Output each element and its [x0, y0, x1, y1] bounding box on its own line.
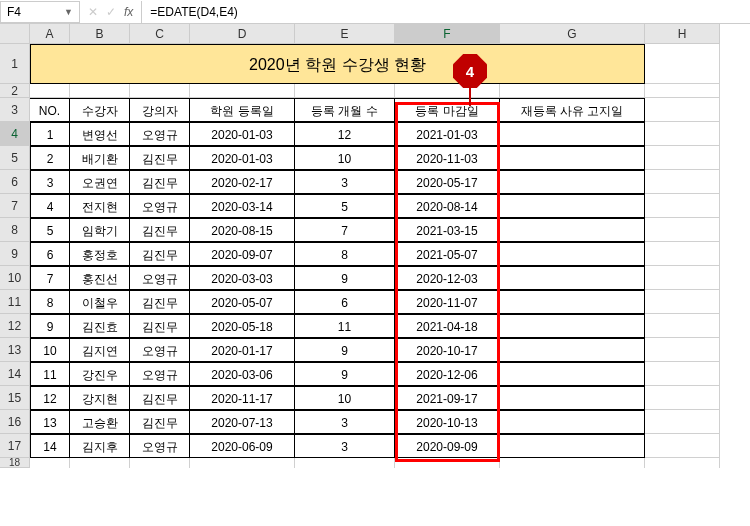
header-months[interactable]: 등록 개월 수	[295, 98, 395, 122]
cell-instructor[interactable]: 김진무	[130, 242, 190, 266]
row-header-13[interactable]: 13	[0, 338, 30, 362]
cell-regdate[interactable]: 2020-03-03	[190, 266, 295, 290]
cell-regdate[interactable]: 2020-01-03	[190, 146, 295, 170]
cell-enddate[interactable]: 2021-05-07	[395, 242, 500, 266]
dropdown-icon[interactable]: ▼	[64, 7, 73, 17]
cell-rereg[interactable]	[500, 170, 645, 194]
row-header-18[interactable]: 18	[0, 458, 30, 468]
cell-enddate[interactable]: 2020-10-17	[395, 338, 500, 362]
cell-no[interactable]: 13	[30, 410, 70, 434]
cell-enddate[interactable]: 2020-12-06	[395, 362, 500, 386]
cell-student[interactable]: 배기환	[70, 146, 130, 170]
cell-regdate[interactable]: 2020-11-17	[190, 386, 295, 410]
cell-regdate[interactable]: 2020-05-07	[190, 290, 295, 314]
cell-student[interactable]: 홍진선	[70, 266, 130, 290]
cell-months[interactable]: 11	[295, 314, 395, 338]
row-header-6[interactable]: 6	[0, 170, 30, 194]
cell-rereg[interactable]	[500, 218, 645, 242]
cell-no[interactable]: 5	[30, 218, 70, 242]
row-header-4[interactable]: 4	[0, 122, 30, 146]
cell-rereg[interactable]	[500, 314, 645, 338]
cell-rereg[interactable]	[500, 362, 645, 386]
cell-months[interactable]: 3	[295, 434, 395, 458]
cell[interactable]	[645, 44, 720, 84]
cell-rereg[interactable]	[500, 122, 645, 146]
cell-enddate[interactable]: 2021-04-18	[395, 314, 500, 338]
cell-student[interactable]: 전지현	[70, 194, 130, 218]
cell-instructor[interactable]: 김진무	[130, 170, 190, 194]
cell-regdate[interactable]: 2020-03-14	[190, 194, 295, 218]
col-header-G[interactable]: G	[500, 24, 645, 44]
row-header-16[interactable]: 16	[0, 410, 30, 434]
header-instructor[interactable]: 강의자	[130, 98, 190, 122]
cell-regdate[interactable]: 2020-06-09	[190, 434, 295, 458]
cell-instructor[interactable]: 김진무	[130, 410, 190, 434]
col-header-B[interactable]: B	[70, 24, 130, 44]
cell-enddate[interactable]: 2021-09-17	[395, 386, 500, 410]
confirm-icon[interactable]: ✓	[106, 5, 116, 19]
row-header-15[interactable]: 15	[0, 386, 30, 410]
row-header-11[interactable]: 11	[0, 290, 30, 314]
cell-enddate[interactable]: 2020-08-14	[395, 194, 500, 218]
cell-enddate[interactable]: 2020-11-07	[395, 290, 500, 314]
cell-enddate[interactable]: 2020-05-17	[395, 170, 500, 194]
cell-enddate[interactable]: 2020-09-09	[395, 434, 500, 458]
cell-regdate[interactable]: 2020-09-07	[190, 242, 295, 266]
cell-rereg[interactable]	[500, 242, 645, 266]
cell-months[interactable]: 10	[295, 386, 395, 410]
cell-student[interactable]: 김지연	[70, 338, 130, 362]
cell-instructor[interactable]: 김진무	[130, 314, 190, 338]
cell-regdate[interactable]: 2020-07-13	[190, 410, 295, 434]
cell-no[interactable]: 10	[30, 338, 70, 362]
cell-instructor[interactable]: 오영규	[130, 194, 190, 218]
cell-student[interactable]: 강진우	[70, 362, 130, 386]
cell-months[interactable]: 12	[295, 122, 395, 146]
cell-months[interactable]: 8	[295, 242, 395, 266]
row-header-12[interactable]: 12	[0, 314, 30, 338]
select-all-corner[interactable]	[0, 24, 30, 44]
row-header-17[interactable]: 17	[0, 434, 30, 458]
cell-instructor[interactable]: 오영규	[130, 434, 190, 458]
row-header-7[interactable]: 7	[0, 194, 30, 218]
cell-no[interactable]: 11	[30, 362, 70, 386]
row-header-3[interactable]: 3	[0, 98, 30, 122]
cell-enddate[interactable]: 2021-01-03	[395, 122, 500, 146]
cell-no[interactable]: 14	[30, 434, 70, 458]
cell-regdate[interactable]: 2020-08-15	[190, 218, 295, 242]
cell-enddate[interactable]: 2020-12-03	[395, 266, 500, 290]
cell-regdate[interactable]: 2020-02-17	[190, 170, 295, 194]
title-cell[interactable]: 2020년 학원 수강생 현황	[30, 44, 645, 84]
cell-months[interactable]: 9	[295, 362, 395, 386]
cell-months[interactable]: 5	[295, 194, 395, 218]
cell-instructor[interactable]: 오영규	[130, 122, 190, 146]
header-no[interactable]: NO.	[30, 98, 70, 122]
cell-no[interactable]: 9	[30, 314, 70, 338]
cell-student[interactable]: 김지후	[70, 434, 130, 458]
cell-student[interactable]: 고승환	[70, 410, 130, 434]
cell-student[interactable]: 오권연	[70, 170, 130, 194]
cell-months[interactable]: 10	[295, 146, 395, 170]
col-header-F[interactable]: F	[395, 24, 500, 44]
cell-no[interactable]: 2	[30, 146, 70, 170]
cell-rereg[interactable]	[500, 386, 645, 410]
cell-months[interactable]: 3	[295, 410, 395, 434]
cell-enddate[interactable]: 2020-11-03	[395, 146, 500, 170]
cell-regdate[interactable]: 2020-05-18	[190, 314, 295, 338]
col-header-H[interactable]: H	[645, 24, 720, 44]
cell-student[interactable]: 홍정호	[70, 242, 130, 266]
cell-no[interactable]: 12	[30, 386, 70, 410]
cell-student[interactable]: 임학기	[70, 218, 130, 242]
cell-no[interactable]: 1	[30, 122, 70, 146]
col-header-C[interactable]: C	[130, 24, 190, 44]
cell-student[interactable]: 이철우	[70, 290, 130, 314]
cell-rereg[interactable]	[500, 194, 645, 218]
cell-no[interactable]: 8	[30, 290, 70, 314]
row-header-5[interactable]: 5	[0, 146, 30, 170]
cell-no[interactable]: 7	[30, 266, 70, 290]
header-regdate[interactable]: 학원 등록일	[190, 98, 295, 122]
cell-student[interactable]: 변영선	[70, 122, 130, 146]
col-header-D[interactable]: D	[190, 24, 295, 44]
cell-regdate[interactable]: 2020-01-17	[190, 338, 295, 362]
cell-instructor[interactable]: 김진무	[130, 290, 190, 314]
cell-instructor[interactable]: 오영규	[130, 338, 190, 362]
